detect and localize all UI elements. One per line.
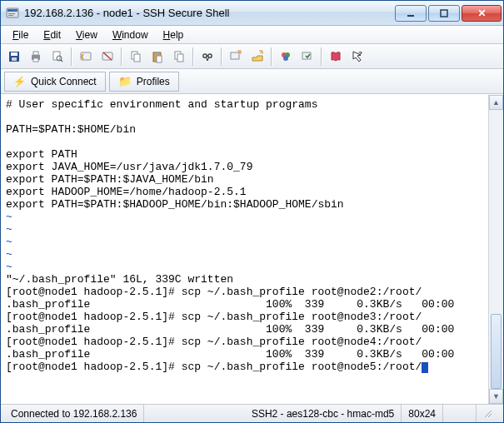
maximize-button[interactable] <box>428 5 460 22</box>
colors-icon[interactable] <box>276 47 296 67</box>
toolbar-separator <box>271 47 272 66</box>
menu-file[interactable]: File <box>6 27 35 42</box>
svg-point-32 <box>283 56 288 61</box>
toolbar-separator <box>192 47 194 66</box>
paste-icon[interactable] <box>147 47 167 67</box>
scrollbar[interactable]: ▲ ▼ <box>488 95 503 404</box>
svg-rect-8 <box>12 57 17 61</box>
toolbar-separator <box>321 47 322 66</box>
status-empty1 <box>443 405 477 422</box>
svg-rect-23 <box>177 54 183 62</box>
menu-help[interactable]: Help <box>157 27 191 42</box>
find-icon[interactable] <box>197 47 217 67</box>
svg-rect-4 <box>407 15 414 17</box>
window-controls <box>395 5 502 22</box>
svg-rect-29 <box>231 52 239 59</box>
profiles-button[interactable]: 📁 Profiles <box>109 72 179 92</box>
svg-rect-10 <box>33 52 38 55</box>
svg-rect-11 <box>33 58 38 62</box>
whats-this-icon[interactable]: ? <box>347 47 367 67</box>
toolbar-main: ? <box>1 44 503 69</box>
copy-icon[interactable] <box>126 47 146 67</box>
titlebar: 192.168.2.136 - node1 - SSH Secure Shell <box>1 1 503 26</box>
scroll-down-button[interactable]: ▼ <box>489 389 503 404</box>
toolbar-separator <box>221 47 222 66</box>
app-icon <box>6 7 19 20</box>
copy2-icon[interactable] <box>169 47 189 67</box>
save-icon[interactable] <box>4 47 24 67</box>
close-button[interactable] <box>462 5 502 22</box>
toolbar-separator <box>71 47 72 66</box>
status-cipher: SSH2 - aes128-cbc - hmac-md5 <box>245 405 402 422</box>
toolbar-tabs: ⚡ Quick Connect 📁 Profiles <box>1 69 503 94</box>
svg-rect-1 <box>7 9 17 12</box>
connect-icon[interactable] <box>76 47 96 67</box>
minimize-button[interactable] <box>395 5 427 22</box>
svg-point-25 <box>208 53 212 57</box>
quick-connect-label: Quick Connect <box>31 76 97 87</box>
svg-line-28 <box>207 57 209 61</box>
scroll-up-button[interactable]: ▲ <box>489 95 503 110</box>
app-window: 192.168.2.136 - node1 - SSH Secure Shell… <box>0 0 504 423</box>
svg-rect-18 <box>134 54 140 62</box>
profiles-label: Profiles <box>137 76 170 87</box>
status-grip <box>477 405 500 422</box>
terminal[interactable]: # User specific environment and startup … <box>1 95 488 404</box>
print-icon[interactable] <box>26 47 46 67</box>
window-title: 192.168.2.136 - node1 - SSH Secure Shell <box>24 7 395 19</box>
svg-rect-20 <box>155 52 159 54</box>
menu-view[interactable]: View <box>69 27 104 42</box>
svg-line-14 <box>61 60 62 62</box>
toolbar-separator <box>121 47 122 66</box>
svg-rect-21 <box>157 56 162 62</box>
menubar: File Edit View Window Help <box>1 26 503 44</box>
terminal-area: # User specific environment and startup … <box>1 94 503 404</box>
scroll-thumb[interactable] <box>491 314 502 389</box>
svg-rect-3 <box>8 15 13 16</box>
svg-rect-7 <box>11 52 17 56</box>
scroll-track[interactable] <box>489 110 503 389</box>
svg-rect-5 <box>441 10 447 17</box>
lightning-icon: ⚡ <box>13 76 26 87</box>
svg-text:?: ? <box>358 50 362 57</box>
svg-point-24 <box>203 53 207 57</box>
folder-icon: 📁 <box>118 75 132 87</box>
new-terminal-icon[interactable] <box>226 47 246 67</box>
menu-window[interactable]: Window <box>106 27 155 42</box>
status-size: 80x24 <box>402 405 443 422</box>
status-connected: Connected to 192.168.2.136 <box>4 405 144 422</box>
quick-connect-button[interactable]: ⚡ Quick Connect <box>4 72 106 92</box>
help-book-icon[interactable] <box>326 47 346 67</box>
statusbar: Connected to 192.168.2.136 SSH2 - aes128… <box>1 404 503 422</box>
menu-edit[interactable]: Edit <box>37 27 67 42</box>
settings-icon[interactable] <box>297 47 317 67</box>
new-transfer-icon[interactable] <box>247 47 267 67</box>
svg-rect-2 <box>8 13 15 14</box>
disconnect-icon[interactable] <box>97 47 117 67</box>
preview-icon[interactable] <box>47 47 67 67</box>
